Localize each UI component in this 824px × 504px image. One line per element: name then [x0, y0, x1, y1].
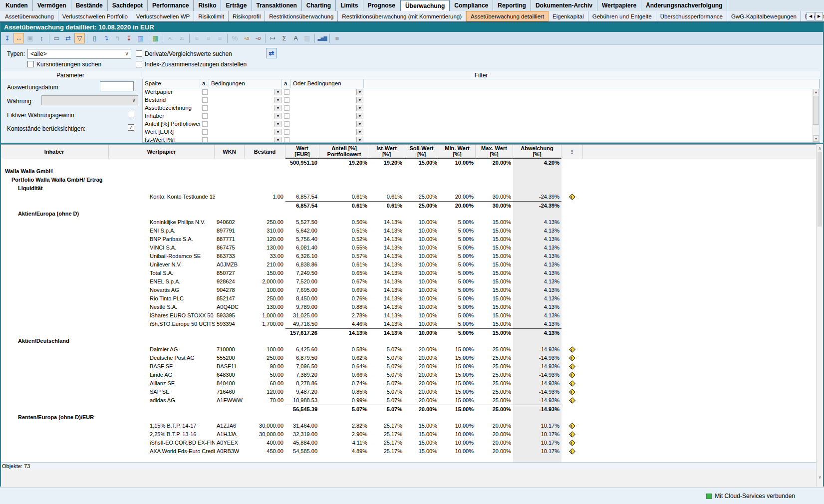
scroll-up-icon[interactable]: ▲	[813, 89, 819, 95]
filter-and-checkbox[interactable]	[200, 120, 209, 128]
column-header-wert[interactable]: Wert[EUR]	[285, 145, 319, 159]
filter-row[interactable]: Ist-Wert [%]▼▼	[143, 136, 820, 143]
menu-tab-charting[interactable]: Charting	[302, 0, 336, 11]
filter-row[interactable]: Bestand▼▼	[143, 96, 820, 104]
table-row[interactable]: Allianz SE84040060.008,278.860.74%5.07%2…	[0, 379, 824, 388]
subtab-assetüberwachung[interactable]: Assetüberwachung	[1, 11, 58, 21]
filter-condition-select[interactable]: ▼	[209, 136, 282, 143]
filter-or-checkbox[interactable]	[282, 104, 291, 112]
menu-tab-vermögen[interactable]: Vermögen	[33, 0, 71, 11]
table-row[interactable]: Unilever N.V.A0JMZB210.006,838.860.61%14…	[0, 260, 824, 269]
column-header-ist-wert[interactable]: Ist-Wert[%]	[369, 145, 404, 159]
table-row[interactable]: 1,15% B.T.P. 14-17A1ZJA630,000.0031,464.…	[0, 422, 824, 430]
chevron-down-icon[interactable]: ▼	[356, 89, 363, 95]
chevron-down-icon[interactable]: ▼	[356, 129, 363, 135]
filter-icon[interactable]: ▽	[74, 33, 85, 43]
filter-and-checkbox[interactable]	[200, 136, 209, 143]
chart-icon[interactable]: ▃▅▇	[317, 33, 327, 43]
menu-tab-transaktionen[interactable]: Transaktionen	[252, 0, 302, 11]
subtab-gebühren-und-entgelte[interactable]: Gebühren und Entgelte	[588, 11, 656, 21]
chevron-down-icon[interactable]: ▼	[275, 137, 281, 143]
scroll-down-icon[interactable]: ∨	[817, 475, 823, 480]
kontostaende-checkbox[interactable]: ✓	[128, 124, 134, 131]
menu-tab-änderungsnachverfolgung[interactable]: Änderungsnachverfolgung	[641, 0, 727, 11]
menu-tab-reporting[interactable]: Reporting	[493, 0, 531, 11]
chevron-down-icon[interactable]: ▼	[356, 105, 363, 111]
column-marker-icon[interactable]: ▦	[150, 33, 161, 43]
table-row[interactable]: Total S.A.850727150.007,249.500.65%14.13…	[0, 269, 824, 277]
fit-height-icon[interactable]: ↕	[36, 33, 47, 43]
column-header-inhaber[interactable]: Inhaber	[0, 145, 109, 159]
table-row[interactable]: Linde AG64830050.007,389.200.66%5.07%20.…	[0, 371, 824, 379]
filter-condition-select[interactable]: ▼	[209, 120, 282, 128]
table-row[interactable]: iSh.STO.Europe 50 UCITS ETF DE5933941,70…	[0, 320, 824, 328]
table-row[interactable]: iShares EURO STOXX 50 U.ETF DE5933951,00…	[0, 311, 824, 320]
filter-row[interactable]: Anteil [%] Portfoliowert▼▼	[143, 120, 820, 128]
filter-row[interactable]: Assetbezeichnung▼▼	[143, 104, 820, 112]
filter-or-checkbox[interactable]	[282, 96, 291, 104]
menu-tab-sachdepot[interactable]: Sachdepot	[108, 0, 148, 11]
subtab-risikoprofil[interactable]: Risikoprofil	[229, 11, 265, 21]
remove-decimal-icon[interactable]: −.0	[253, 33, 263, 43]
font-icon[interactable]: A	[290, 33, 301, 43]
new-view-icon[interactable]: ▭	[51, 33, 62, 43]
filter-or-condition-select[interactable]: ▼	[291, 112, 364, 120]
kursnotierungen-checkbox[interactable]: Kursnotierungen suchen	[27, 61, 101, 68]
table-row[interactable]: SAP SE716460120.009,487.200.85%5.07%20.0…	[0, 388, 824, 396]
fiktiver-waehrungsgewinn-checkbox[interactable]	[128, 111, 134, 117]
sum-column-icon[interactable]: ↧	[124, 33, 134, 43]
table-row[interactable]: VINCI S.A.867475130.006,081.400.55%14.13…	[0, 244, 824, 252]
filter-or-checkbox[interactable]	[282, 88, 291, 96]
filter-or-checkbox[interactable]	[282, 136, 291, 143]
filter-or-checkbox[interactable]	[282, 120, 291, 128]
menu-tab-prognose[interactable]: Prognose	[363, 0, 400, 11]
chevron-down-icon[interactable]: ▼	[356, 113, 363, 119]
scroll-down-icon[interactable]: ▼	[813, 135, 819, 142]
chevron-down-icon[interactable]: ▼	[275, 89, 281, 95]
sum-icon[interactable]: Σ	[279, 33, 289, 43]
menu-tab-risiko[interactable]: Risiko	[194, 0, 221, 11]
menu-tab-kunden[interactable]: Kunden	[1, 0, 33, 11]
filter-scrollbar[interactable]: ▲ ▼	[813, 89, 819, 142]
filter-or-condition-select[interactable]: ▼	[291, 136, 364, 143]
subtab-überschussperformance[interactable]: Überschussperformance	[656, 11, 727, 21]
table-row[interactable]: Renten/Europa (ohne D)/EUR	[0, 413, 824, 422]
table-row[interactable]: Aktien/Deutschland	[0, 337, 824, 345]
export-layout-icon[interactable]: ↧	[2, 33, 12, 43]
subtab-restriktionsüberwachung-mit-kommentierung[interactable]: Restriktionsüberwachung (mit Kommentieru…	[338, 11, 466, 21]
menu-tab-wertpapiere[interactable]: Wertpapiere	[597, 0, 641, 11]
filter-condition-select[interactable]: ▼	[209, 112, 282, 120]
subtab-verlustschwellen-wp[interactable]: Verlustschwellen WP	[132, 11, 194, 21]
column-header-wkn[interactable]: WKN	[215, 145, 245, 159]
table-row[interactable]: adidas AGA1EWWW70.0010,988.530.99%5.07%2…	[0, 396, 824, 405]
filter-or-condition-select[interactable]: ▼	[291, 104, 364, 112]
column-header-wertpapier[interactable]: Wertpapier	[109, 145, 215, 159]
filter-and-checkbox[interactable]	[200, 88, 209, 96]
chevron-down-icon[interactable]: ▼	[275, 121, 281, 127]
filter-and-checkbox[interactable]	[200, 96, 209, 104]
table-row[interactable]: Deutsche Post AG555200250.006,879.500.62…	[0, 354, 824, 362]
subtab-restriktionsüberwachung[interactable]: Restriktionsüberwachung	[265, 11, 338, 21]
table-row[interactable]: 500,951.1019.20%19.20%15.00%10.00%20.00%…	[0, 159, 824, 167]
filter-row[interactable]: Wert [EUR]▼▼	[143, 128, 820, 136]
menu-tab-bestände[interactable]: Bestände	[71, 0, 108, 11]
filter-condition-select[interactable]: ▼	[209, 128, 282, 136]
column-header-anteil[interactable]: Anteil [%]Portfoliowert	[319, 145, 369, 159]
column-header-max-wert[interactable]: Max. Wert[%]	[476, 145, 513, 159]
subtab-risikolimit[interactable]: Risikolimit	[194, 11, 229, 21]
chevron-down-icon[interactable]: ▼	[275, 113, 281, 119]
table-row[interactable]: Portfolio Walla Walla GmbH/ Ertrag	[0, 176, 824, 184]
column-header-abweichung[interactable]: Abweichung[%]	[513, 145, 561, 159]
table-row[interactable]: Liquidität	[0, 184, 824, 193]
filter-or-condition-select[interactable]: ▼	[291, 120, 364, 128]
waehrung-select[interactable]: ∨	[41, 95, 138, 105]
table-row[interactable]: AXA World Fds-Euro Credit IG I Dis. EURA…	[0, 447, 824, 456]
auswertungsdatum-input[interactable]	[100, 81, 134, 91]
filter-or-condition-select[interactable]: ▼	[291, 88, 364, 96]
filter-row[interactable]: Wertpapier▼▼	[143, 88, 820, 96]
scrollbar-thumb[interactable]	[818, 152, 822, 227]
table-row[interactable]: Konto: Konto Testkunde 131.006,857.540.6…	[0, 193, 824, 201]
filter-and-checkbox[interactable]	[200, 112, 209, 120]
column-stats-icon[interactable]: ▥	[135, 33, 146, 43]
filter-condition-select[interactable]: ▼	[209, 104, 282, 112]
